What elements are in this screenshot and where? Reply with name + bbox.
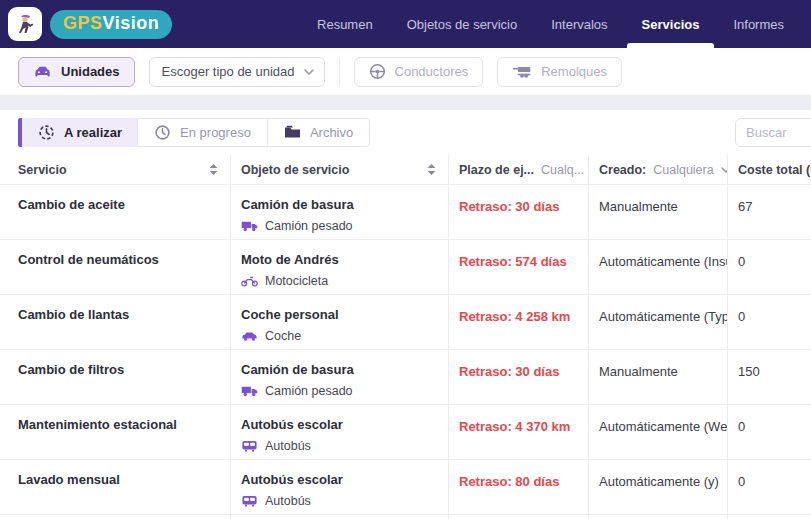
header-plazo-filter[interactable]: Plazo de ej... Cualq... [448, 155, 588, 184]
service-object-name: Coche personal [241, 307, 448, 322]
remolques-button-label: Remolques [541, 64, 607, 79]
car-front-icon [33, 64, 52, 79]
sort-icon[interactable] [427, 164, 436, 175]
tab-archivo-label: Archivo [310, 125, 353, 140]
nav-item-resumen[interactable]: Resumen [300, 0, 390, 48]
created-mode: Manualmente [599, 199, 678, 214]
nav-item-informes[interactable]: Informes [716, 0, 801, 48]
service-name: Cambio de aceite [18, 197, 230, 212]
deadline-status: Retraso: 30 días [459, 364, 559, 379]
total-cost: 150 [738, 364, 760, 379]
brand-vision-text: Vision [103, 13, 160, 33]
remolques-button[interactable]: Remolques [497, 57, 622, 87]
unit-type-select-value: Escoger tipo de unidad [162, 64, 295, 79]
total-cost: 67 [738, 199, 752, 214]
total-cost: 0 [738, 254, 745, 269]
service-object-type: Autobús [265, 494, 311, 508]
service-name: Control de neumáticos [18, 252, 230, 267]
tab-en-progreso-label: En progreso [180, 125, 251, 140]
header-coste-total[interactable]: Coste total (USD [727, 155, 811, 184]
main-nav: Resumen Objetos de servicio Intervalos S… [300, 0, 811, 48]
status-tab-group: A realizar En progreso Archivo [18, 118, 370, 147]
toolbar-divider [339, 58, 340, 86]
motorcycle-icon [241, 275, 258, 287]
table-row[interactable]: Lavado mensual Autobús escolar Autobús R… [0, 460, 811, 515]
service-name: Mantenimiento estacional [18, 417, 230, 432]
truck-icon [241, 220, 258, 232]
tab-a-realizar-label: A realizar [64, 125, 122, 140]
total-cost: 0 [738, 309, 745, 324]
service-object-name: Autobús escolar [241, 472, 448, 487]
deadline-status: Retraso: 4 370 km [459, 419, 570, 434]
truck-icon [241, 385, 258, 397]
services-table: Servicio Objeto de servicio Plazo de ej.… [0, 155, 811, 519]
top-header: GPSVision Resumen Objetos de servicio In… [0, 0, 811, 48]
chevron-down-icon [304, 69, 314, 75]
table-row[interactable]: Cambio de aceite Camión de basura Camión… [0, 185, 811, 240]
total-cost: 0 [738, 419, 745, 434]
service-object-type: Camión pesado [265, 384, 353, 398]
service-object-name: Autobús escolar [241, 417, 448, 432]
brand-wordmark: GPSVision [50, 10, 172, 39]
service-object-name: Camión de basura [241, 197, 448, 212]
creado-filter-value: Cualquiera [653, 163, 713, 177]
deadline-status: Retraso: 80 días [459, 474, 559, 489]
conductores-button-label: Conductores [395, 64, 469, 79]
created-mode: Automáticamente (y) [599, 474, 719, 489]
nav-item-objetos-de-servicio[interactable]: Objetos de servicio [390, 0, 535, 48]
header-creado-filter[interactable]: Creado: Cualquiera [588, 155, 727, 184]
clock-icon [154, 124, 171, 141]
conductores-button[interactable]: Conductores [354, 57, 484, 87]
status-tabs-row: A realizar En progreso Archivo [0, 110, 811, 155]
service-object-type: Camión pesado [265, 219, 353, 233]
tab-a-realizar[interactable]: A realizar [18, 118, 138, 147]
steering-wheel-icon [369, 63, 386, 80]
bus-icon [241, 440, 258, 452]
deadline-status: Retraso: 4 258 km [459, 309, 570, 324]
tab-archivo[interactable]: Archivo [267, 118, 370, 147]
trailer-icon [512, 65, 532, 79]
unidades-button-label: Unidades [61, 64, 120, 79]
partial-next-row [0, 515, 811, 519]
created-mode: Manualmente [599, 364, 678, 379]
service-name: Cambio de llantas [18, 307, 230, 322]
service-name: Cambio de filtros [18, 362, 230, 377]
created-mode: Automáticamente (Insu... [599, 254, 727, 269]
service-object-name: Moto de Andrés [241, 252, 448, 267]
app-window: GPSVision Resumen Objetos de servicio In… [0, 0, 811, 519]
service-object-type: Autobús [265, 439, 311, 453]
brand-gps-text: GPS [63, 13, 103, 33]
created-mode: Automáticamente (Typi... [599, 309, 727, 324]
table-row[interactable]: Cambio de llantas Coche personal Coche R… [0, 295, 811, 350]
deadline-status: Retraso: 574 días [459, 254, 567, 269]
service-object-name: Camión de basura [241, 362, 448, 377]
header-servicio[interactable]: Servicio [0, 155, 230, 184]
brand-logo[interactable]: GPSVision [0, 7, 172, 41]
table-row[interactable]: Control de neumáticos Moto de Andrés Mot… [0, 240, 811, 295]
bus-icon [241, 495, 258, 507]
search-input[interactable] [735, 118, 811, 147]
service-object-type: Coche [265, 329, 301, 343]
header-objeto-de-servicio[interactable]: Objeto de servicio [230, 155, 448, 184]
table-header-row: Servicio Objeto de servicio Plazo de ej.… [0, 155, 811, 185]
entity-toolbar: Unidades Escoger tipo de unidad Conducto… [0, 48, 811, 95]
total-cost: 0 [738, 474, 745, 489]
sort-icon[interactable] [209, 164, 218, 175]
plazo-filter-value: Cualq... [541, 163, 584, 177]
background-strip [0, 95, 811, 110]
unit-type-select[interactable]: Escoger tipo de unidad [149, 57, 325, 87]
table-row[interactable]: Cambio de filtros Camión de basura Camió… [0, 350, 811, 405]
tab-en-progreso[interactable]: En progreso [137, 118, 268, 147]
service-object-type: Motocicleta [265, 274, 328, 288]
table-row[interactable]: Mantenimiento estacional Autobús escolar… [0, 405, 811, 460]
app-logo-icon [8, 7, 42, 41]
deadline-status: Retraso: 30 días [459, 199, 559, 214]
service-name: Lavado mensual [18, 472, 230, 487]
created-mode: Automáticamente (Wee... [599, 419, 727, 434]
car-icon [241, 330, 258, 342]
folder-icon [284, 125, 301, 140]
history-clock-icon [38, 124, 55, 141]
unidades-button[interactable]: Unidades [18, 57, 135, 87]
nav-item-servicios[interactable]: Servicios [625, 0, 717, 48]
nav-item-intervalos[interactable]: Intervalos [534, 0, 624, 48]
